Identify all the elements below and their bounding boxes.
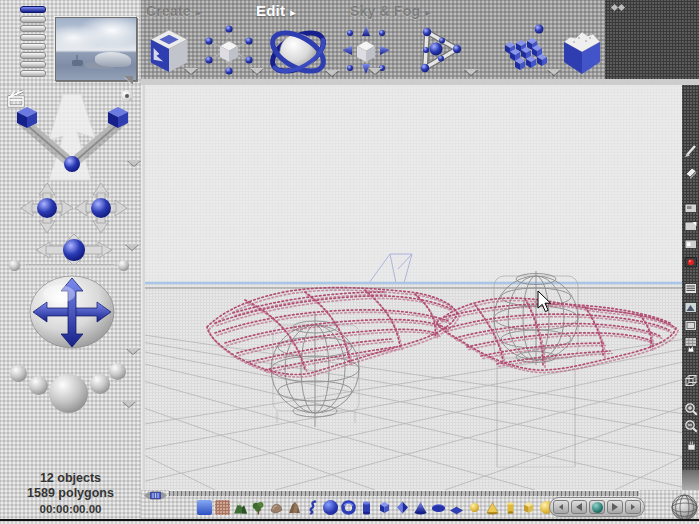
align-flyout-triangle[interactable] <box>464 69 478 75</box>
rotate-icon <box>266 23 330 81</box>
render-time: 00:00:00.00 <box>0 501 141 517</box>
pan-hand-tool[interactable] <box>684 437 698 452</box>
terrain-editor-icon <box>557 30 607 78</box>
camera-trackball[interactable] <box>27 274 117 356</box>
create-ground-plane[interactable] <box>215 500 230 515</box>
create-torus[interactable] <box>341 500 356 515</box>
align-tool[interactable] <box>413 22 471 80</box>
render-red-dot-tool[interactable] <box>684 255 698 270</box>
render-report-tool[interactable] <box>684 281 698 296</box>
render-controls <box>549 497 645 517</box>
camera-control-flyout-triangle[interactable] <box>127 160 141 166</box>
dolly-slider[interactable] <box>144 487 168 505</box>
create-2d-disc[interactable] <box>467 500 482 515</box>
scene-status: 12 objects 1589 polygons 00:00:00.00 <box>0 471 141 517</box>
wireframe-options-tool[interactable] <box>684 374 698 389</box>
create-terrain[interactable] <box>233 500 248 515</box>
view-preset-ball[interactable] <box>109 363 126 380</box>
banking-slider-track[interactable] <box>26 264 114 267</box>
create-2d-cone[interactable] <box>485 500 500 515</box>
rotate-tool[interactable] <box>266 23 330 85</box>
preview-mode-pill-active[interactable] <box>20 6 46 13</box>
create-disc[interactable] <box>431 500 446 515</box>
terrain-paint-tool[interactable] <box>684 336 698 351</box>
resize-icon <box>203 24 255 76</box>
time-ruler-rail[interactable] <box>169 490 639 496</box>
image-mountain-tool[interactable] <box>684 300 698 315</box>
menu-arrow-icon: ▸ <box>196 7 201 18</box>
create-tree[interactable] <box>251 500 266 515</box>
reposition-tool[interactable] <box>339 24 393 80</box>
render-button[interactable] <box>589 500 605 514</box>
bryce-application-window: Create▸ Edit▸ Sky & Fog▸ <box>0 0 699 524</box>
create-s-curve-object[interactable] <box>305 500 320 515</box>
preview-mode-pill[interactable] <box>20 34 46 41</box>
zoom-in-tool[interactable] <box>684 402 698 417</box>
preview-island <box>95 52 131 67</box>
pan-control-flyout-triangle[interactable] <box>125 244 139 250</box>
menu-sky-fog[interactable]: Sky & Fog▸ <box>350 3 431 19</box>
camera-pan-controls[interactable] <box>12 175 132 271</box>
create-pyramid[interactable] <box>395 500 410 515</box>
multi-replicate-flyout-triangle[interactable] <box>547 69 561 75</box>
left-arrow-icon <box>576 503 582 511</box>
align-icon <box>413 22 471 76</box>
next-render-button[interactable] <box>607 500 623 514</box>
sky-region <box>145 85 682 283</box>
menu-edit[interactable]: Edit▸ <box>256 2 295 19</box>
preview-mode-pill[interactable] <box>20 52 46 59</box>
view-preset-ball-main[interactable] <box>49 374 88 413</box>
create-cone[interactable] <box>413 500 428 515</box>
rotate-flyout-triangle[interactable] <box>325 70 339 76</box>
create-rock-round[interactable] <box>269 500 284 515</box>
create-sphere[interactable] <box>323 500 338 515</box>
preview-mode-pill[interactable] <box>20 61 46 68</box>
camera-frame-control[interactable] <box>15 92 130 188</box>
small-left-arrow-icon <box>559 504 563 510</box>
create-plane-square[interactable] <box>449 500 464 515</box>
preview-resize-handle[interactable] <box>124 76 133 85</box>
brush-tool[interactable] <box>684 143 698 158</box>
nano-forward-button[interactable] <box>625 500 641 514</box>
create-cylinder[interactable] <box>359 500 374 515</box>
create-2d-cube[interactable] <box>521 500 536 515</box>
resize-flyout-triangle[interactable] <box>250 68 264 74</box>
banking-slider-left-ball[interactable] <box>9 260 20 271</box>
materials-flyout-triangle[interactable] <box>184 68 198 74</box>
resize-tool[interactable] <box>203 24 255 80</box>
image-card-tool[interactable] <box>684 318 698 333</box>
banking-slider-right-ball[interactable] <box>118 260 129 271</box>
preview-mode-pill[interactable] <box>20 70 46 77</box>
create-2d-cylinder[interactable] <box>503 500 518 515</box>
render-ball-icon <box>592 502 603 513</box>
small-right-arrow-icon <box>631 504 635 510</box>
previous-render-button[interactable] <box>571 500 587 514</box>
preview-mode-pill[interactable] <box>20 25 46 32</box>
reposition-icon <box>339 24 393 76</box>
menu-create[interactable]: Create▸ <box>146 3 201 19</box>
create-water-plane[interactable] <box>197 500 212 515</box>
preview-mode-pill[interactable] <box>20 43 46 50</box>
create-rock-pointed[interactable] <box>287 500 302 515</box>
scene-svg <box>145 85 682 490</box>
reposition-flyout-triangle[interactable] <box>368 68 382 74</box>
eraser-tool[interactable] <box>684 165 698 180</box>
zoom-out-tool[interactable] <box>684 419 698 434</box>
render-card-b-tool[interactable] <box>684 219 698 234</box>
render-card-c-tool[interactable] <box>684 237 698 252</box>
wireframe-viewport[interactable] <box>145 85 682 490</box>
view-preset-ball[interactable] <box>10 365 27 382</box>
nano-preview-thumbnail[interactable] <box>55 17 137 81</box>
view-preset-flyout-triangle[interactable] <box>122 401 136 407</box>
render-card-a-tool[interactable] <box>684 201 698 216</box>
create-object-row <box>197 500 593 515</box>
view-preset-ball[interactable] <box>29 376 48 395</box>
nano-back-button[interactable] <box>553 500 569 514</box>
object-count: 12 objects <box>0 471 141 486</box>
trackball-flyout-triangle[interactable] <box>126 348 140 354</box>
create-cube[interactable] <box>377 500 392 515</box>
menu-arrow-icon: ▸ <box>290 7 295 18</box>
terrain-editor-tool[interactable] <box>557 30 607 82</box>
preview-mode-pill[interactable] <box>20 16 46 23</box>
view-preset-ball[interactable] <box>90 374 110 394</box>
